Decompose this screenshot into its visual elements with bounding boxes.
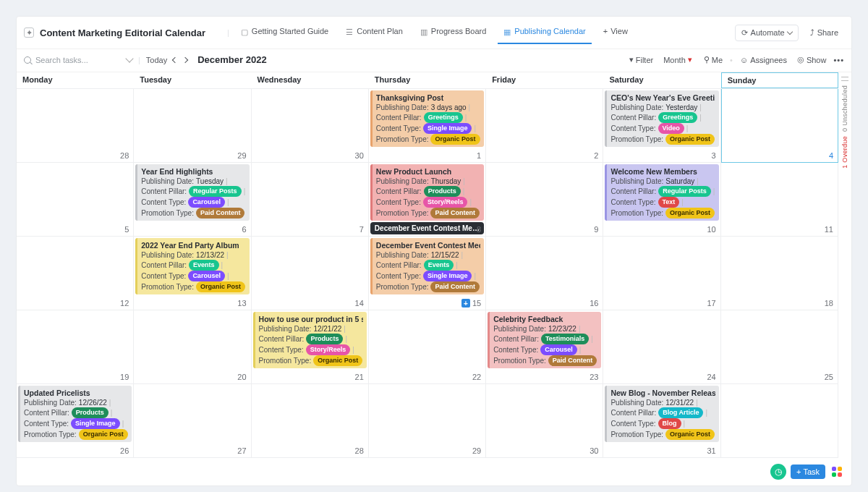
calendar-cell[interactable]: 12 (17, 237, 134, 310)
filter-button[interactable]: ▾Filter (626, 54, 656, 66)
quick-action-fab[interactable]: ◷ (770, 464, 786, 480)
overflow-task-pill[interactable]: December Event Contest Mechanics (370, 222, 484, 234)
share-button[interactable]: ⤴Share (804, 25, 844, 40)
show-button[interactable]: ◎Show (794, 54, 830, 66)
calendar-cell[interactable]: 4 (721, 89, 838, 163)
search-input[interactable]: Search tasks... (24, 56, 132, 64)
calendar-cell[interactable] (721, 384, 838, 458)
right-sidebar: 0 Unscheduled 1 Overdue (838, 72, 851, 458)
calendar-cell[interactable]: 7 (252, 163, 369, 237)
tab-getting-started[interactable]: ▢Getting Started Guide (235, 21, 334, 44)
day-number: 29 (472, 446, 481, 455)
task-card[interactable]: Thanksgiving PostPublishing Date: 3 days… (370, 90, 484, 147)
calendar-cell[interactable]: 27 (134, 384, 251, 458)
task-card[interactable]: Updated PricelistsPublishing Date: 12/26… (18, 386, 132, 442)
apps-button[interactable] (830, 465, 844, 479)
calendar-cell[interactable]: 11 (721, 163, 838, 237)
task-card[interactable]: Year End HighlightsPublishing Date: Tues… (135, 164, 249, 221)
day-number: 11 (825, 225, 833, 234)
calendar-cell[interactable]: CEO's New Year's Eve GreetingsPublishing… (603, 89, 720, 163)
drag-handle-icon[interactable] (841, 77, 848, 81)
unscheduled-tab[interactable]: 0 Unscheduled (841, 85, 848, 132)
task-card[interactable]: December Event Contest Mechan•••Publishi… (370, 238, 484, 294)
day-header: Wednesday (252, 72, 369, 88)
calendar-cell[interactable]: 16 (486, 237, 603, 310)
day-number: 12 (120, 299, 129, 308)
calendar-cell[interactable]: 30 (486, 384, 603, 458)
day-number: 30 (590, 446, 598, 455)
me-button[interactable]: ⚲Me (701, 54, 726, 66)
day-number: 3 (712, 151, 716, 160)
day-header: Friday (486, 72, 603, 88)
overdue-tab[interactable]: 1 Overdue (841, 136, 848, 169)
clock-icon: ◷ (775, 467, 782, 477)
calendar-cell[interactable]: 18 (721, 237, 838, 310)
calendar-cell[interactable]: 2 (486, 89, 603, 163)
calendar-cell[interactable]: 30 (252, 89, 369, 163)
calendar-cell[interactable]: 25 (721, 310, 838, 384)
tab-content-plan[interactable]: ☰Content Plan (340, 21, 409, 44)
calendar-cell[interactable]: 19 (17, 310, 134, 384)
calendar-cell[interactable]: December Event Contest Mechan•••Publishi… (369, 237, 486, 310)
calendar-cell[interactable]: 2022 Year End Party AlbumPublishing Date… (134, 237, 251, 310)
day-number: 27 (237, 446, 246, 455)
day-header-row: MondayTuesdayWednesdayThursdayFridaySatu… (17, 72, 838, 89)
tab-progress-board[interactable]: ▥Progress Board (414, 21, 492, 44)
calendar-cell[interactable]: Updated PricelistsPublishing Date: 12/26… (17, 384, 134, 458)
prev-month-button[interactable] (172, 56, 178, 62)
app-window: ✦ Content Marketing Editorial Calendar |… (16, 16, 852, 486)
chevron-down-icon (125, 54, 133, 62)
day-number: 10 (707, 225, 715, 234)
calendar-cell[interactable]: 20 (134, 310, 251, 384)
automate-button[interactable]: ⟳Automate (735, 25, 799, 41)
task-card[interactable]: How to use our product in 5 simple stPub… (253, 312, 367, 368)
add-task-cell-button[interactable]: + (461, 299, 470, 308)
today-button[interactable]: Today (146, 56, 167, 64)
filter-icon: ▾ (629, 55, 634, 64)
calendar-cell[interactable]: 28 (17, 89, 134, 163)
calendar-cell[interactable]: 14 (252, 237, 369, 310)
task-card[interactable]: New Blog - November ReleasePublishing Da… (605, 386, 718, 442)
add-task-button[interactable]: +Task (791, 465, 825, 479)
day-number: 24 (707, 373, 715, 381)
assignees-button[interactable]: ☺Assignees (737, 54, 790, 66)
calendar-grid: 282930Thanksgiving PostPublishing Date: … (17, 89, 838, 458)
calendar-cell[interactable]: 29 (369, 384, 486, 458)
calendar-cell[interactable]: 17 (603, 237, 720, 310)
day-number: 30 (355, 151, 364, 160)
calendar-cell[interactable]: 9 (486, 163, 603, 237)
task-card[interactable]: New Product LaunchPublishing Date: Thurs… (370, 164, 484, 221)
task-card[interactable]: CEO's New Year's Eve GreetingsPublishing… (605, 90, 718, 147)
task-card[interactable]: Celebrity FeedbackPublishing Date: 12/23… (488, 312, 601, 368)
calendar-cell[interactable]: Celebrity FeedbackPublishing Date: 12/23… (486, 310, 603, 384)
more-menu[interactable]: ••• (833, 56, 844, 64)
plus-icon: + (603, 27, 608, 35)
calendar-cell[interactable]: Year End HighlightsPublishing Date: Tues… (134, 163, 251, 237)
task-card[interactable]: Welcome New MembersPublishing Date: Satu… (605, 164, 718, 221)
day-number: 18 (825, 299, 833, 308)
calendar-cell[interactable]: New Product LaunchPublishing Date: Thurs… (369, 163, 486, 237)
view-mode-select[interactable]: Month▾ (660, 54, 697, 66)
task-card[interactable]: 2022 Year End Party AlbumPublishing Date… (135, 238, 249, 294)
next-month-button[interactable] (182, 56, 188, 62)
calendar-cell[interactable]: 29 (134, 89, 251, 163)
search-icon (24, 56, 31, 64)
calendar-cell[interactable]: Thanksgiving PostPublishing Date: 3 days… (369, 89, 486, 163)
calendar-cell[interactable]: 5 (17, 163, 134, 237)
calendar-cell[interactable]: 22 (369, 310, 486, 384)
calendar-cell[interactable]: Welcome New MembersPublishing Date: Satu… (603, 163, 720, 237)
calendar-cell[interactable]: 24 (603, 310, 720, 384)
tab-publishing-calendar[interactable]: ▦Publishing Calendar (498, 21, 591, 44)
calendar-cell[interactable]: 28 (252, 384, 369, 458)
eye-icon: ◎ (797, 55, 804, 64)
calendar-cell[interactable]: New Blog - November ReleasePublishing Da… (603, 384, 720, 458)
doc-icon: ▢ (241, 27, 249, 35)
day-number: 28 (355, 446, 364, 455)
calendar-icon: ▦ (503, 27, 511, 35)
day-number: 19 (120, 373, 129, 381)
day-header: Thursday (369, 72, 486, 88)
calendar-cell[interactable]: How to use our product in 5 simple stPub… (252, 310, 369, 384)
day-header: Saturday (603, 72, 720, 88)
tab-add-view[interactable]: +View (597, 21, 634, 44)
gear-icon[interactable]: ✦ (24, 27, 34, 38)
